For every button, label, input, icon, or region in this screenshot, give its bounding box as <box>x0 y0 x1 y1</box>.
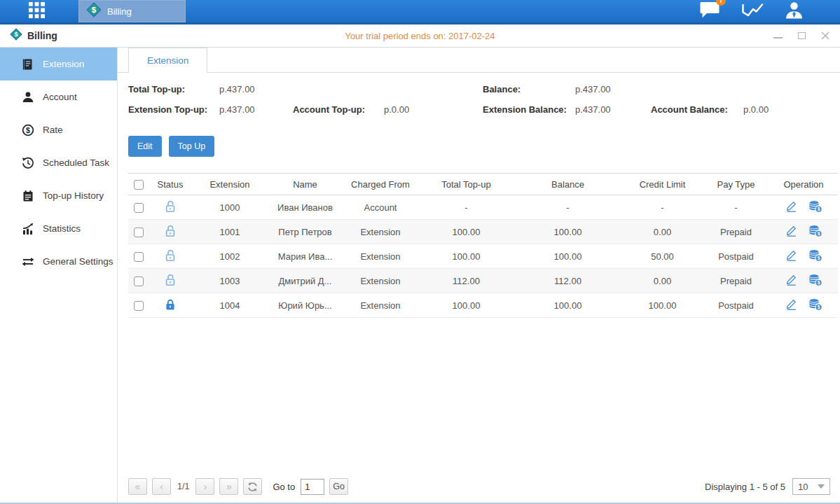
col-extension: Extension <box>191 174 268 195</box>
cell-extension: 1000 <box>191 195 268 220</box>
row-checkbox[interactable] <box>134 252 144 262</box>
table-row: 1001 Петр Петров Extension 100.00 100.00… <box>128 220 838 244</box>
refresh-button[interactable] <box>243 478 262 495</box>
top-up-row-button[interactable]: $ <box>808 298 822 311</box>
unlocked-icon[interactable] <box>165 249 176 262</box>
col-total-topup: Total Top-up <box>419 174 514 195</box>
taskbar-tab-label: Billing <box>107 6 132 17</box>
notepad-icon <box>21 190 34 202</box>
pencil-icon <box>785 225 797 237</box>
row-checkbox[interactable] <box>134 276 144 286</box>
top-up-button[interactable]: Top Up <box>169 136 215 157</box>
svg-text:$: $ <box>26 126 30 134</box>
cell-pay-type: Postpaid <box>703 293 769 318</box>
go-button[interactable]: Go <box>329 478 348 495</box>
account-balance-label: Account Balance: <box>651 104 743 115</box>
cell-total-topup: 100.00 <box>419 293 514 318</box>
sidebar: Extension Account $ Rate Scheduled Task <box>0 48 118 504</box>
sidebar-item-scheduled-task[interactable]: Scheduled Task <box>0 146 117 179</box>
cell-credit-limit: 0.00 <box>622 220 703 244</box>
last-page-button[interactable]: » <box>219 478 238 495</box>
close-icon <box>820 31 830 41</box>
extension-balance-label: Extension Balance: <box>483 104 575 115</box>
edit-row-button[interactable] <box>785 298 797 310</box>
cell-balance: 112.00 <box>514 269 622 293</box>
pagination-bar: « ‹ 1/1 › » Go to Go Displaying 1 - 5 of… <box>118 478 840 504</box>
edit-row-button[interactable] <box>785 225 797 237</box>
row-checkbox[interactable] <box>134 301 144 311</box>
user-icon <box>785 1 804 22</box>
unlocked-icon[interactable] <box>165 225 176 237</box>
row-checkbox[interactable] <box>134 203 144 213</box>
performance-button[interactable] <box>741 1 764 22</box>
cell-charged-from: Account <box>342 195 419 220</box>
sidebar-item-rate[interactable]: $ Rate <box>0 113 117 146</box>
sidebar-item-statistics[interactable]: Statistics <box>0 212 117 245</box>
sidebar-item-label: General Settings <box>43 256 113 267</box>
table-row: 1004 Юрий Юрь... Extension 100.00 100.00… <box>128 293 838 318</box>
account-balance-value: p.0.00 <box>743 104 769 115</box>
refresh-icon <box>247 482 258 492</box>
user-menu-button[interactable] <box>785 1 804 22</box>
ledger-icon <box>21 58 34 71</box>
maximize-button[interactable] <box>797 31 806 41</box>
sidebar-item-topup-history[interactable]: Top-up History <box>0 179 117 212</box>
edit-row-button[interactable] <box>785 200 797 212</box>
prev-page-button[interactable]: ‹ <box>152 478 171 495</box>
page-size-select[interactable]: 10 <box>792 478 830 495</box>
goto-page-input[interactable] <box>301 479 324 495</box>
edit-row-button[interactable] <box>785 274 797 286</box>
cell-charged-from: Extension <box>342 244 419 269</box>
app-launcher-button[interactable] <box>15 0 57 22</box>
first-page-button[interactable]: « <box>128 478 147 495</box>
close-button[interactable] <box>820 31 830 41</box>
line-chart-icon <box>741 1 764 22</box>
cell-pay-type: Prepaid <box>703 269 769 293</box>
svg-text:$: $ <box>817 231 820 237</box>
trial-notice: Your trial period ends on: 2017-02-24 <box>0 31 840 41</box>
col-pay-type: Pay Type <box>703 174 769 195</box>
unlocked-icon[interactable] <box>165 274 176 286</box>
messages-button[interactable]: ! <box>699 1 720 22</box>
total-topup-label: Total Top-up: <box>128 84 219 94</box>
extension-topup-value: p.437.00 <box>219 104 293 115</box>
chevron-down-icon <box>818 484 825 489</box>
swap-arrows-icon <box>21 255 34 268</box>
sidebar-item-account[interactable]: Account <box>0 80 117 113</box>
extension-topup-label: Extension Top-up: <box>128 104 219 115</box>
account-topup-label: Account Top-up: <box>293 104 384 115</box>
unlocked-icon[interactable] <box>165 200 176 213</box>
extension-balance-value: p.437.00 <box>575 104 651 115</box>
next-page-button[interactable]: › <box>195 478 214 495</box>
cell-balance: 100.00 <box>514 293 622 318</box>
sidebar-item-general-settings[interactable]: General Settings <box>0 245 117 278</box>
edit-row-button[interactable] <box>785 249 797 261</box>
cell-name: Мария Ива... <box>268 244 342 269</box>
table-row: 1000 Иван Иванов Account - - - - <box>128 195 838 220</box>
pencil-icon <box>785 249 797 261</box>
taskbar: $ Billing ! <box>0 0 840 24</box>
table-row: 1002 Мария Ива... Extension 100.00 100.0… <box>128 244 838 269</box>
maximize-icon <box>798 32 806 39</box>
top-up-row-button[interactable]: $ <box>808 225 822 237</box>
sidebar-item-extension[interactable]: Extension <box>0 48 117 80</box>
svg-text:$: $ <box>817 206 820 212</box>
row-checkbox[interactable] <box>134 227 144 237</box>
top-up-row-button[interactable]: $ <box>808 200 822 213</box>
cell-credit-limit: 100.00 <box>622 293 703 318</box>
top-up-row-button[interactable]: $ <box>808 274 822 286</box>
taskbar-tab-billing[interactable]: $ Billing <box>78 0 186 22</box>
app-window: $ Billing ! <box>0 0 840 504</box>
coins-icon: $ <box>808 200 822 213</box>
select-all-checkbox[interactable] <box>134 180 144 190</box>
tab-strip: Extension <box>118 48 840 73</box>
content-area: Extension Total Top-up: p.437.00 Extensi… <box>118 48 840 504</box>
minimize-button[interactable] <box>773 31 783 41</box>
tab-extension[interactable]: Extension <box>128 48 207 73</box>
balance-label: Balance: <box>483 84 575 94</box>
top-up-row-button[interactable]: $ <box>808 249 822 262</box>
cell-pay-type: Postpaid <box>703 244 769 269</box>
locked-icon[interactable] <box>165 298 176 311</box>
coins-icon: $ <box>808 298 822 311</box>
edit-button[interactable]: Edit <box>128 136 162 157</box>
